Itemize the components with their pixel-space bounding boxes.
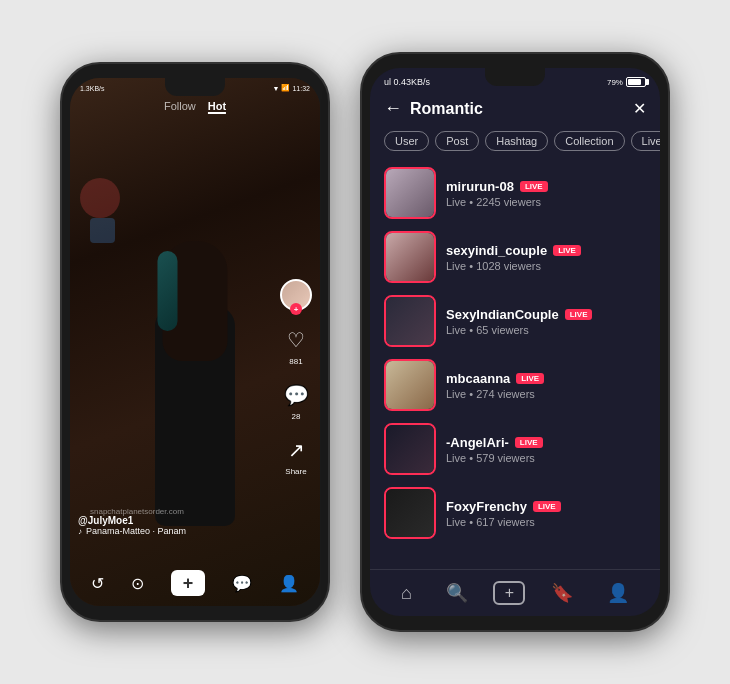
tab-follow[interactable]: Follow [164,100,196,114]
avatar-img-2 [386,233,434,281]
filter-live[interactable]: Live [631,131,660,151]
search-header: ← Romantic ✕ [370,92,660,127]
live-name-row-6: FoxyFrenchy LIVE [446,499,646,514]
nav-create-button[interactable]: + [171,570,205,596]
video-figure [135,246,255,526]
back-button[interactable]: ← [384,98,402,119]
live-badge-4: LIVE [516,373,544,384]
live-info-4: mbcaanna LIVE Live • 274 viewers [446,371,646,400]
comment-action[interactable]: 💬 28 [281,380,311,421]
video-actions: ♡ 881 💬 28 ↗ Share [280,279,312,476]
avatar-img-4 [386,361,434,409]
right-screen: ul 0.43KB/s 2:12 79% ← Romantic ✕ User P… [370,68,660,616]
filter-user[interactable]: User [384,131,429,151]
nav-create-right[interactable]: + [493,581,525,605]
live-badge-6: LIVE [533,501,561,512]
live-item-2[interactable]: sexyindi_couple LIVE Live • 1028 viewers [370,225,660,289]
filter-hashtag[interactable]: Hashtag [485,131,548,151]
live-item-1[interactable]: mirurun-08 LIVE Live • 2245 viewers [370,161,660,225]
status-time-left: ▼ 📶 11:32 [273,84,310,92]
status-speed: 1.3KB/s [80,84,105,92]
filter-collection[interactable]: Collection [554,131,624,151]
deco-circle-2 [90,218,115,243]
live-badge-2: LIVE [553,245,581,256]
creator-avatar[interactable] [280,279,312,311]
live-badge-5: LIVE [515,437,543,448]
live-viewers-6: Live • 617 viewers [446,516,646,528]
video-song: ♪ Panama-Matteo · Panam [78,526,186,536]
live-name-row-1: mirurun-08 LIVE [446,179,646,194]
live-item-3[interactable]: SexyIndianCouple LIVE Live • 65 viewers [370,289,660,353]
avatar-img-1 [386,169,434,217]
video-username[interactable]: @JulyMoe1 [78,515,186,526]
live-name-row-4: mbcaanna LIVE [446,371,646,386]
like-count: 881 [289,357,302,366]
live-viewers-1: Live • 2245 viewers [446,196,646,208]
live-badge-3: LIVE [565,309,593,320]
battery-percent: 79% [607,78,623,87]
live-name-row-2: sexyindi_couple LIVE [446,243,646,258]
nav-search-right[interactable]: 🔍 [438,580,476,606]
battery-fill [628,79,642,85]
live-username-4: mbcaanna [446,371,510,386]
live-viewers-4: Live • 274 viewers [446,388,646,400]
like-action[interactable]: ♡ 881 [281,325,311,366]
nav-discover-left[interactable]: ⊙ [131,574,144,593]
live-info-6: FoxyFrenchy LIVE Live • 617 viewers [446,499,646,528]
live-username-1: mirurun-08 [446,179,514,194]
video-info: @JulyMoe1 ♪ Panama-Matteo · Panam [78,515,186,536]
avatar-img-3 [386,297,434,345]
live-viewers-5: Live • 579 viewers [446,452,646,464]
status-bar-left: 1.3KB/s ▼ 📶 11:32 [70,84,320,92]
filter-post[interactable]: Post [435,131,479,151]
share-action[interactable]: ↗ Share [281,435,311,476]
nav-home-right[interactable]: ⌂ [393,581,420,606]
live-item-6[interactable]: FoxyFrenchy LIVE Live • 617 viewers [370,481,660,545]
live-info-3: SexyIndianCouple LIVE Live • 65 viewers [446,307,646,336]
nav-home-left[interactable]: ↺ [91,574,104,593]
live-username-6: FoxyFrenchy [446,499,527,514]
deco-circle-1 [80,178,120,218]
live-item-4[interactable]: mbcaanna LIVE Live • 274 viewers [370,353,660,417]
live-username-3: SexyIndianCouple [446,307,559,322]
tab-hot[interactable]: Hot [208,100,226,114]
left-phone: 1.3KB/s ▼ 📶 11:32 Follow Hot [60,62,330,622]
live-name-row-3: SexyIndianCouple LIVE [446,307,646,322]
watermark: snapchatplanetsorder.com [90,507,184,516]
video-tabs: Follow Hot [164,100,226,114]
phone-notch-right [485,68,545,86]
live-info-2: sexyindi_couple LIVE Live • 1028 viewers [446,243,646,272]
bottom-nav-right: ⌂ 🔍 + 🔖 👤 [370,569,660,616]
share-label: Share [285,467,306,476]
page-title: Romantic [410,100,625,118]
live-badge-1: LIVE [520,181,548,192]
live-name-row-5: -AngelAri- LIVE [446,435,646,450]
live-username-2: sexyindi_couple [446,243,547,258]
filter-pills: User Post Hashtag Collection Live [370,127,660,161]
live-avatar-3 [384,295,436,347]
live-item-5[interactable]: -AngelAri- LIVE Live • 579 viewers [370,417,660,481]
left-screen: 1.3KB/s ▼ 📶 11:32 Follow Hot [70,78,320,606]
live-avatar-5 [384,423,436,475]
nav-bookmark-right[interactable]: 🔖 [543,580,581,606]
nav-profile-left[interactable]: 👤 [279,574,299,593]
live-info-5: -AngelAri- LIVE Live • 579 viewers [446,435,646,464]
live-avatar-1 [384,167,436,219]
live-info-1: mirurun-08 LIVE Live • 2245 viewers [446,179,646,208]
figure-hair [163,241,228,361]
bottom-nav-left: ↺ ⊙ + 💬 👤 [70,570,320,596]
signal-info: ul 0.43KB/s [384,77,430,87]
live-avatar-2 [384,231,436,283]
avatar-img-6 [386,489,434,537]
live-avatar-6 [384,487,436,539]
nav-messages-left[interactable]: 💬 [232,574,252,593]
right-phone: ul 0.43KB/s 2:12 79% ← Romantic ✕ User P… [360,52,670,632]
nav-profile-right[interactable]: 👤 [599,580,637,606]
close-button[interactable]: ✕ [633,99,646,118]
battery-icon [626,77,646,87]
share-icon: ↗ [281,435,311,465]
avatar-img-5 [386,425,434,473]
live-viewers-2: Live • 1028 viewers [446,260,646,272]
heart-icon: ♡ [281,325,311,355]
comment-icon: 💬 [281,380,311,410]
